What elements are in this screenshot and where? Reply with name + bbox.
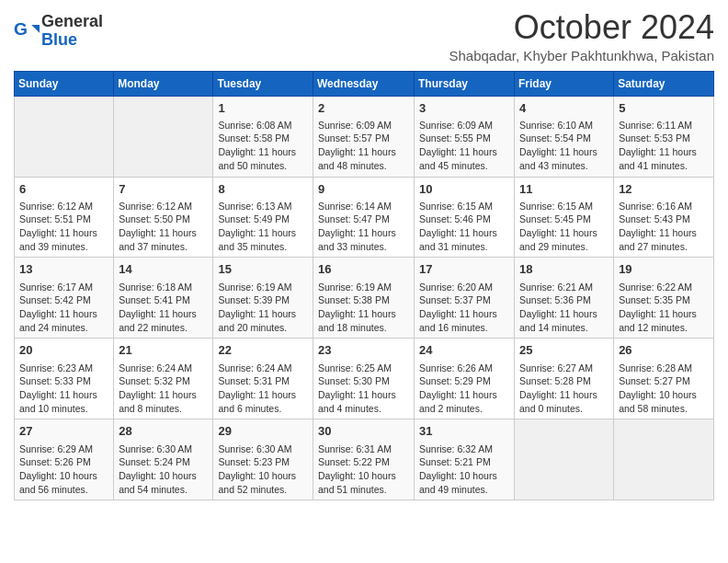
calendar-cell: 5Sunrise: 6:11 AM Sunset: 5:53 PM Daylig… [614,96,714,177]
cell-content: Sunrise: 6:09 AM Sunset: 5:57 PM Dayligh… [318,119,409,173]
day-number: 25 [519,342,609,359]
cell-content: Sunrise: 6:22 AM Sunset: 5:35 PM Dayligh… [619,281,709,335]
calendar-cell: 13Sunrise: 6:17 AM Sunset: 5:42 PM Dayli… [15,258,114,339]
calendar-cell: 7Sunrise: 6:12 AM Sunset: 5:50 PM Daylig… [114,177,213,258]
calendar-cell: 25Sunrise: 6:27 AM Sunset: 5:28 PM Dayli… [515,339,614,419]
calendar-cell: 12Sunrise: 6:16 AM Sunset: 5:43 PM Dayli… [614,177,714,258]
day-number: 6 [19,181,108,198]
calendar-week-row: 13Sunrise: 6:17 AM Sunset: 5:42 PM Dayli… [15,258,714,339]
cell-content: Sunrise: 6:15 AM Sunset: 5:45 PM Dayligh… [519,200,609,254]
calendar-week-row: 20Sunrise: 6:23 AM Sunset: 5:33 PM Dayli… [15,339,714,419]
day-number: 1 [218,100,308,117]
cell-content: Sunrise: 6:24 AM Sunset: 5:31 PM Dayligh… [218,362,308,416]
calendar-cell [114,96,213,177]
cell-content: Sunrise: 6:15 AM Sunset: 5:46 PM Dayligh… [419,200,509,254]
cell-content: Sunrise: 6:13 AM Sunset: 5:49 PM Dayligh… [218,200,308,254]
calendar-cell: 18Sunrise: 6:21 AM Sunset: 5:36 PM Dayli… [515,258,614,339]
cell-content: Sunrise: 6:30 AM Sunset: 5:23 PM Dayligh… [218,442,308,497]
calendar-cell: 9Sunrise: 6:14 AM Sunset: 5:47 PM Daylig… [313,177,415,258]
logo: G General Blue [14,13,103,50]
calendar-header: SundayMondayTuesdayWednesdayThursdayFrid… [15,71,714,96]
cell-content: Sunrise: 6:08 AM Sunset: 5:58 PM Dayligh… [218,119,308,173]
day-number: 26 [619,342,709,359]
day-number: 17 [419,261,509,278]
calendar-body: 1Sunrise: 6:08 AM Sunset: 5:58 PM Daylig… [15,96,714,500]
day-number: 2 [318,100,409,117]
cell-content: Sunrise: 6:14 AM Sunset: 5:47 PM Dayligh… [318,200,409,254]
calendar-day-header: Monday [114,71,213,96]
cell-content: Sunrise: 6:27 AM Sunset: 5:28 PM Dayligh… [519,362,609,416]
cell-content: Sunrise: 6:29 AM Sunset: 5:26 PM Dayligh… [19,442,108,497]
calendar-cell: 8Sunrise: 6:13 AM Sunset: 5:49 PM Daylig… [213,177,313,258]
calendar-cell: 24Sunrise: 6:26 AM Sunset: 5:29 PM Dayli… [415,339,515,419]
cell-content: Sunrise: 6:11 AM Sunset: 5:53 PM Dayligh… [619,119,709,173]
day-number: 5 [619,100,709,117]
calendar-cell: 31Sunrise: 6:32 AM Sunset: 5:21 PM Dayli… [415,419,515,500]
calendar-week-row: 6Sunrise: 6:12 AM Sunset: 5:51 PM Daylig… [15,177,714,258]
day-number: 29 [218,423,308,440]
calendar-day-header: Wednesday [313,71,415,96]
day-number: 27 [19,423,108,440]
day-number: 19 [619,261,709,278]
calendar-cell: 20Sunrise: 6:23 AM Sunset: 5:33 PM Dayli… [15,339,114,419]
day-number: 23 [318,342,409,359]
calendar-cell: 22Sunrise: 6:24 AM Sunset: 5:31 PM Dayli… [213,339,313,419]
cell-content: Sunrise: 6:25 AM Sunset: 5:30 PM Dayligh… [318,362,409,416]
calendar-cell: 16Sunrise: 6:19 AM Sunset: 5:38 PM Dayli… [313,258,415,339]
calendar-cell: 27Sunrise: 6:29 AM Sunset: 5:26 PM Dayli… [15,419,114,500]
cell-content: Sunrise: 6:12 AM Sunset: 5:50 PM Dayligh… [119,200,208,254]
calendar-cell: 4Sunrise: 6:10 AM Sunset: 5:54 PM Daylig… [515,96,614,177]
title-block: October 2024 Shabqadar, Khyber Pakhtunkh… [449,9,714,63]
day-number: 3 [419,100,509,117]
day-number: 20 [19,342,108,359]
calendar-cell: 19Sunrise: 6:22 AM Sunset: 5:35 PM Dayli… [614,258,714,339]
cell-content: Sunrise: 6:24 AM Sunset: 5:32 PM Dayligh… [119,362,208,416]
day-number: 16 [318,261,409,278]
calendar-day-header: Friday [515,71,614,96]
calendar-cell: 1Sunrise: 6:08 AM Sunset: 5:58 PM Daylig… [213,96,313,177]
day-number: 30 [318,423,409,440]
calendar-cell: 14Sunrise: 6:18 AM Sunset: 5:41 PM Dayli… [114,258,213,339]
cell-content: Sunrise: 6:26 AM Sunset: 5:29 PM Dayligh… [419,362,509,416]
calendar-cell: 28Sunrise: 6:30 AM Sunset: 5:24 PM Dayli… [114,419,213,500]
calendar-cell [515,419,614,500]
calendar-day-header: Tuesday [213,71,313,96]
calendar-cell: 23Sunrise: 6:25 AM Sunset: 5:30 PM Dayli… [313,339,415,419]
calendar-table: SundayMondayTuesdayWednesdayThursdayFrid… [14,71,714,501]
day-number: 18 [519,261,609,278]
cell-content: Sunrise: 6:21 AM Sunset: 5:36 PM Dayligh… [519,281,609,335]
cell-content: Sunrise: 6:18 AM Sunset: 5:41 PM Dayligh… [119,281,208,335]
calendar-cell: 26Sunrise: 6:28 AM Sunset: 5:27 PM Dayli… [614,339,714,419]
day-number: 8 [218,181,308,198]
cell-content: Sunrise: 6:17 AM Sunset: 5:42 PM Dayligh… [19,281,108,335]
calendar-cell: 6Sunrise: 6:12 AM Sunset: 5:51 PM Daylig… [15,177,114,258]
day-number: 22 [218,342,308,359]
calendar-cell: 2Sunrise: 6:09 AM Sunset: 5:57 PM Daylig… [313,96,415,177]
calendar-week-row: 27Sunrise: 6:29 AM Sunset: 5:26 PM Dayli… [15,419,714,500]
calendar-week-row: 1Sunrise: 6:08 AM Sunset: 5:58 PM Daylig… [15,96,714,177]
page-header: G General Blue October 2024 Shabqadar, K… [14,9,714,63]
calendar-cell [614,419,714,500]
day-number: 11 [519,181,609,198]
cell-content: Sunrise: 6:16 AM Sunset: 5:43 PM Dayligh… [619,200,709,254]
calendar-cell: 29Sunrise: 6:30 AM Sunset: 5:23 PM Dayli… [213,419,313,500]
calendar-day-header: Thursday [415,71,515,96]
calendar-cell [15,96,114,177]
cell-content: Sunrise: 6:30 AM Sunset: 5:24 PM Dayligh… [119,442,208,497]
day-number: 21 [119,342,208,359]
cell-content: Sunrise: 6:19 AM Sunset: 5:39 PM Dayligh… [218,281,308,335]
day-number: 28 [119,423,208,440]
month-title: October 2024 [449,9,714,46]
location-title: Shabqadar, Khyber Pakhtunkhwa, Pakistan [449,48,714,63]
day-number: 12 [619,181,709,198]
calendar-cell: 21Sunrise: 6:24 AM Sunset: 5:32 PM Dayli… [114,339,213,419]
cell-content: Sunrise: 6:32 AM Sunset: 5:21 PM Dayligh… [419,442,509,497]
logo-icon: G [14,18,40,44]
cell-content: Sunrise: 6:23 AM Sunset: 5:33 PM Dayligh… [19,362,108,416]
calendar-cell: 30Sunrise: 6:31 AM Sunset: 5:22 PM Dayli… [313,419,415,500]
calendar-cell: 10Sunrise: 6:15 AM Sunset: 5:46 PM Dayli… [415,177,515,258]
calendar-header-row: SundayMondayTuesdayWednesdayThursdayFrid… [15,71,714,96]
day-number: 15 [218,261,308,278]
day-number: 7 [119,181,208,198]
calendar-day-header: Saturday [614,71,714,96]
